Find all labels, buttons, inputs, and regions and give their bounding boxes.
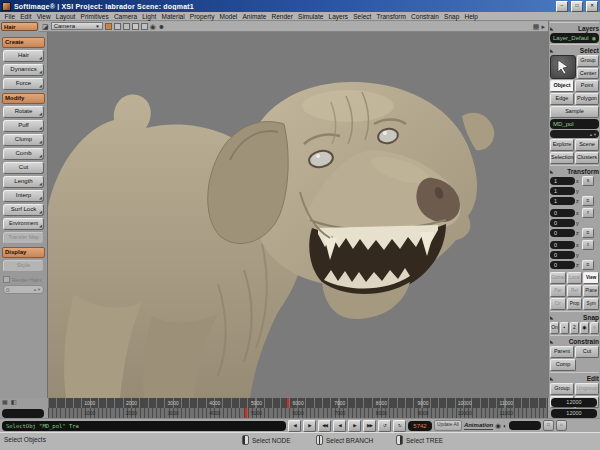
transform-header[interactable]: ◣ Transform <box>550 165 599 176</box>
range-end-field[interactable]: 12000 <box>551 409 597 418</box>
ref-mode-button[interactable]: Ref <box>567 285 583 297</box>
snap-on-button[interactable]: On <box>550 322 559 334</box>
selected-object-field[interactable]: MD_pol <box>550 119 599 129</box>
group-edit-button[interactable]: Group <box>550 383 574 395</box>
swatch-gray-1[interactable] <box>114 23 121 30</box>
rotate-mode-button[interactable]: r <box>582 208 594 218</box>
swatch-active-orange[interactable] <box>105 23 112 30</box>
puff-button[interactable]: Puff◢ <box>3 120 44 132</box>
menu-item[interactable]: Help <box>462 13 481 20</box>
point-filter-button[interactable]: Point <box>575 80 599 92</box>
pane-toggle-icon[interactable]: ◧ <box>11 398 17 407</box>
edit-header[interactable]: ◣ Edit <box>550 372 599 383</box>
translate-y-field[interactable]: 0 <box>550 251 575 259</box>
snap-center-icon[interactable]: ◉ <box>580 322 589 334</box>
menu-item[interactable]: Layout <box>53 13 78 20</box>
auto-key-icon[interactable]: ◉ <box>495 421 501 431</box>
menu-item[interactable]: Render <box>269 13 296 20</box>
rotate-add-icon[interactable]: ≡ <box>582 228 594 238</box>
dynamics-button[interactable]: Dynamics◢ <box>3 64 44 76</box>
step-back-button[interactable]: ◀ <box>288 420 301 432</box>
cut-button[interactable]: Cut <box>3 162 44 174</box>
viewport-letter-icon[interactable]: ◪ <box>42 22 49 31</box>
rotate-z-field[interactable]: 0 <box>550 229 575 237</box>
translate-z-field[interactable]: 0 <box>550 261 575 269</box>
grid-display-icon[interactable]: ▦ <box>533 22 540 31</box>
snap-header[interactable]: ◣ Snap <box>550 311 599 322</box>
length-button[interactable]: Length◢ <box>3 176 44 188</box>
menu-item[interactable]: Select <box>351 13 374 20</box>
parent-constrain-button[interactable]: Parent <box>550 346 574 358</box>
current-frame-field[interactable]: 5742 <box>408 421 432 431</box>
menu-item[interactable]: File <box>2 13 18 20</box>
edge-filter-button[interactable]: Edge <box>550 93 574 105</box>
menu-item[interactable]: Primitives <box>78 13 111 20</box>
prop-button[interactable]: Prop <box>567 298 583 310</box>
refresh-button[interactable]: ↻ <box>393 420 406 432</box>
viewport-menu-icon[interactable]: ▸ <box>541 22 545 31</box>
play-backward-button[interactable]: ◀ <box>333 420 346 432</box>
step-forward-button[interactable]: ▶ <box>303 420 316 432</box>
shaded-mode-icon[interactable]: ☻ <box>158 22 165 31</box>
playhead[interactable] <box>287 398 289 408</box>
menu-item[interactable]: Material <box>159 13 187 20</box>
animation-menu[interactable]: Animation <box>464 421 493 430</box>
camera-selector[interactable]: Camera ▼ <box>51 22 103 30</box>
comb-button[interactable]: Comb◢ <box>3 148 44 160</box>
menu-item[interactable]: Camera <box>111 13 139 20</box>
select-header[interactable]: ◣ Select <box>550 44 599 55</box>
swatch-gray-4[interactable] <box>141 23 148 30</box>
menu-item[interactable]: Light <box>140 13 159 20</box>
rotate-x-field[interactable]: 0 <box>550 209 575 217</box>
scale-z-field[interactable]: 1 <box>550 197 575 205</box>
snap-grid-button[interactable]: 2 <box>570 322 579 334</box>
menu-item[interactable]: Constrain <box>408 13 441 20</box>
selection-list-scrollbar[interactable]: ▲▼ <box>550 130 599 138</box>
constrain-header[interactable]: ◣ Constrain <box>550 335 599 346</box>
swatch-gray-2[interactable] <box>123 23 130 30</box>
translate-mode-button[interactable]: t <box>582 240 594 250</box>
local-mode-button[interactable]: Local <box>567 272 583 284</box>
menu-item[interactable]: Model <box>217 13 240 20</box>
plane-mode-button[interactable]: Plane <box>583 285 599 297</box>
clock-icon[interactable]: ◐ <box>503 421 507 431</box>
go-to-start-button[interactable]: ◀◀ <box>318 420 331 432</box>
range-start-field[interactable] <box>2 409 44 418</box>
menu-item[interactable]: Layers <box>326 13 351 20</box>
sample-filter-button[interactable]: Sample <box>550 106 599 118</box>
explore-button[interactable]: Explore <box>550 139 574 151</box>
clump-button[interactable]: Clump◢ <box>3 134 44 146</box>
scale-x-field[interactable]: 1 <box>550 177 575 185</box>
minimize-button[interactable]: – <box>556 1 568 12</box>
menu-item[interactable]: Simulate <box>295 13 325 20</box>
layers-header[interactable]: ◣ Layers <box>550 22 599 33</box>
global-mode-button[interactable]: Global <box>550 272 566 284</box>
translate-add-icon[interactable]: ≡ <box>582 260 594 270</box>
timeline-end-frame-field[interactable]: 12000 <box>551 398 597 407</box>
group-select-button[interactable]: Group <box>577 55 599 67</box>
polygon-filter-button[interactable]: Polygon <box>575 93 599 105</box>
update-all-button[interactable]: Update All <box>434 420 462 431</box>
surf-lock-button[interactable]: Surf Lock◢ <box>3 204 44 216</box>
rotate-y-field[interactable]: 0 <box>550 219 575 227</box>
comp-constrain-button[interactable]: Comp <box>550 359 576 371</box>
loop-button[interactable]: ↺ <box>378 420 391 432</box>
scene-button[interactable]: Scene <box>575 139 599 151</box>
menu-item[interactable]: Animate <box>240 13 269 20</box>
snap-ring-icon[interactable]: ○ <box>590 322 599 334</box>
memo-cam-field[interactable] <box>509 421 541 430</box>
memo-recall-icon[interactable]: ○ <box>556 420 567 431</box>
translate-x-field[interactable]: 0 <box>550 241 575 249</box>
scale-mode-button[interactable]: s <box>582 176 594 186</box>
module-selector[interactable]: Hair <box>1 22 38 31</box>
force-button[interactable]: Force◢ <box>3 78 44 90</box>
menu-item[interactable]: Snap <box>442 13 462 20</box>
center-select-button[interactable]: Center <box>577 68 599 80</box>
snap-point-icon[interactable]: ▪ <box>560 322 569 334</box>
menu-item[interactable]: Transform <box>374 13 409 20</box>
maximize-button[interactable]: □ <box>571 1 583 12</box>
menu-item[interactable]: Edit <box>18 13 34 20</box>
scale-y-field[interactable]: 1 <box>550 187 575 195</box>
viewport-canvas[interactable] <box>48 32 548 398</box>
active-layer-dropdown[interactable]: Layer_Defaul ◉ <box>550 33 599 43</box>
